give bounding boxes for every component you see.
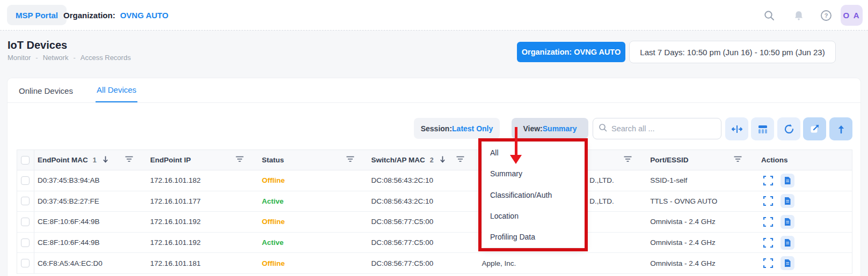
details-icon[interactable] [781,236,794,250]
cell-switch-ap-mac: DC:08:56:43:2C:10 [366,170,477,191]
cell-endpoint-mac: D0:37:45:B2:27:FE [34,191,145,212]
expand-icon[interactable] [761,256,775,270]
col-header-endpoint-ip[interactable]: EndPoint IP [150,156,191,164]
expand-icon[interactable] [761,194,775,208]
filter-icon[interactable] [734,156,742,164]
row-checkbox[interactable] [21,197,30,205]
tab-online-devices[interactable]: Online Devices [18,78,74,103]
filter-icon[interactable] [624,156,632,164]
cell-endpoint-mac: D0:37:45:B3:94:AB [34,170,145,191]
view-dropdown-menu: All Summary Classification/Auth Location… [482,142,585,248]
breadcrumb: Monitor - Network - Access Records [8,54,131,62]
cell-port-essid: Omnivista - 2.4 GHz [644,253,754,273]
menu-item-summary[interactable]: Summary [482,163,585,184]
devices-card: Online Devices All Devices Session:Lates… [7,78,861,276]
menu-item-profiling-data[interactable]: Profiling Data [482,227,585,248]
filter-icon[interactable] [456,156,464,164]
organization-value-link[interactable]: OVNG AUTO [120,11,169,20]
cell-switch-ap-mac: DC:08:56:77:C5:00 [366,253,477,273]
view-filter-button[interactable]: View:Summary [512,118,588,139]
organization-label: Organization: [63,11,115,20]
details-icon[interactable] [781,256,794,270]
upload-icon[interactable] [829,117,852,140]
table-header-row: EndPoint MAC 1 EndPoint IP Status [17,150,852,170]
cell-port-essid: Omnivista - 2.4 GHz [644,212,754,232]
status-badge: Offline [262,218,285,226]
date-range-picker[interactable]: Last 7 Days: 10:50 pm (Jun 16) - 10:50 p… [629,41,836,63]
filter-icon[interactable] [346,156,354,164]
menu-item-classification-auth[interactable]: Classification/Auth [482,184,585,205]
top-navigation-bar: MSP Portal Organization: OVNG AUTO ? O A [0,0,868,31]
device-tabs: Online Devices All Devices [18,78,137,103]
breadcrumb-separator: - [35,54,38,62]
cell-switch-ap-mac: DC:08:56:43:2C:10 [366,191,477,212]
col-header-endpoint-mac[interactable]: EndPoint MAC [38,156,88,164]
status-badge: Offline [262,259,285,267]
col-header-switch-ap-mac[interactable]: Switch/AP MAC [371,156,425,164]
select-all-checkbox[interactable] [21,156,30,165]
details-icon[interactable] [781,215,794,229]
fit-columns-icon[interactable] [725,117,748,140]
cell-endpoint-ip: 172.16.101.181 [145,253,256,273]
col-header-status[interactable]: Status [262,156,284,164]
sort-order-number: 1 [93,156,97,164]
details-icon[interactable] [781,194,794,208]
svg-text:?: ? [825,12,828,19]
session-label: Session: [421,124,452,133]
organization-indicator: Organization: OVNG AUTO [63,0,169,31]
page-title: IoT Devices [8,39,67,51]
breadcrumb-separator: - [73,54,75,62]
avatar-initials: O A [843,11,860,20]
filter-icon[interactable] [125,156,133,164]
cell-switch-ap-mac: DC:08:56:77:C5:00 [366,212,477,232]
table-row: CE:8F:10:6F:44:9B 172.16.101.192 Active … [17,233,852,253]
refresh-icon[interactable] [777,117,800,140]
sort-desc-icon[interactable] [102,155,109,165]
cell-endpoint-mac: CE:8F:10:6F:44:9B [34,212,145,232]
search-icon [599,123,607,134]
breadcrumb-item-network[interactable]: Network [43,54,69,62]
menu-item-location[interactable]: Location [482,205,585,226]
details-icon[interactable] [781,174,794,188]
brand-label: MSP Portal [16,11,58,20]
col-header-actions: Actions [761,156,788,164]
user-avatar[interactable]: O A [841,5,863,26]
row-checkbox[interactable] [21,176,30,185]
expand-icon[interactable] [761,236,775,250]
search-icon[interactable] [762,9,776,23]
row-checkbox[interactable] [21,218,30,226]
row-checkbox[interactable] [21,259,30,267]
devices-table: EndPoint MAC 1 EndPoint IP Status [17,150,852,274]
expand-icon[interactable] [761,174,775,188]
table-row: CE:8F:10:6F:44:9B 172.16.101.192 Offline… [17,212,852,233]
cell-endpoint-ip: 172.16.101.177 [145,191,256,212]
bell-icon[interactable] [792,9,806,23]
breadcrumb-item-access-records[interactable]: Access Records [81,54,131,62]
cell-switch-ap-mac: DC:08:56:77:C5:00 [366,233,477,253]
session-filter-button[interactable]: Session:Latest Only [414,118,500,139]
row-checkbox[interactable] [21,238,30,247]
search-input[interactable] [611,124,716,133]
expand-icon[interactable] [761,215,775,229]
tabs-divider [8,102,860,103]
cell-endpoint-ip: 172.16.101.192 [145,233,256,253]
msp-portal-button[interactable]: MSP Portal [7,5,67,25]
columns-icon[interactable] [751,117,774,140]
msp-portal-screen: MSP Portal Organization: OVNG AUTO ? O A… [0,0,868,276]
sort-order-number: 2 [430,156,434,164]
help-icon[interactable]: ? [819,9,833,23]
status-badge: Offline [262,176,285,184]
breadcrumb-item-monitor[interactable]: Monitor [8,54,31,62]
status-badge: Active [262,238,284,247]
table-row: C6:F8:A5:4A:EC:D0 172.16.101.181 Offline… [17,253,852,274]
cell-manufacturer: Apple, Inc. [476,253,644,273]
filter-icon[interactable] [236,156,244,164]
tab-all-devices[interactable]: All Devices [96,78,137,103]
sort-desc-icon[interactable] [439,155,446,165]
cell-port-essid: TTLS - OVNG AUTO [644,191,754,212]
organization-scope-button[interactable]: Organization: OVNG AUTO [517,42,625,62]
table-row: D0:37:45:B2:27:FE 172.16.101.177 Active … [17,191,852,212]
menu-item-all[interactable]: All [482,142,585,163]
col-header-port-essid[interactable]: Port/ESSID [650,156,688,164]
open-external-icon[interactable] [803,117,826,140]
